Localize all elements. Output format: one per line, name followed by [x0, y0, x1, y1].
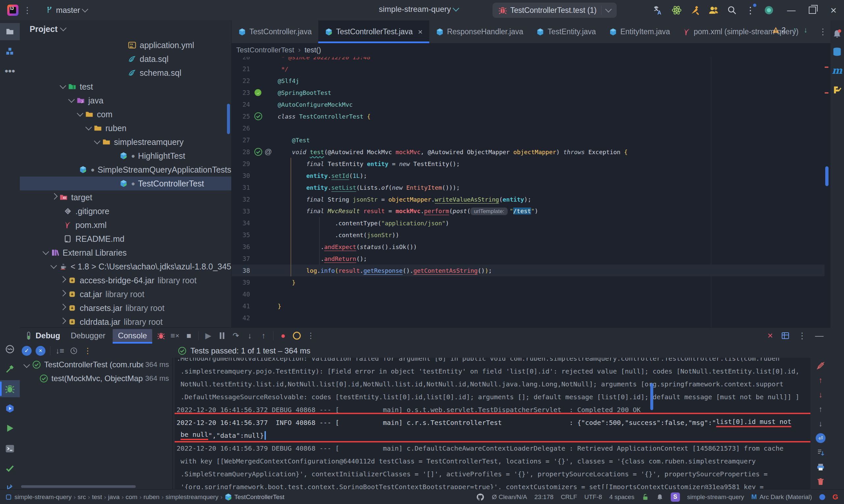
step-over-icon[interactable]: ↷ [229, 329, 243, 342]
tree-item-target[interactable]: target [20, 191, 231, 204]
services-toolwindow-button[interactable] [0, 400, 20, 417]
intellij-logo-icon[interactable]: IJ [7, 5, 18, 16]
layout-settings-icon[interactable] [782, 332, 789, 340]
maven-toolwindow-button[interactable]: m [830, 62, 844, 78]
hide-toolwindow-icon[interactable]: — [815, 331, 824, 341]
commit-check-toolwindow-button[interactable] [0, 460, 20, 477]
code-line-34[interactable]: 34 .contentType("application/json") [232, 217, 825, 229]
editor-tab[interactable]: TestEntity.java [530, 20, 603, 43]
close-button[interactable]: × [823, 0, 844, 20]
tree-item-simplestreamquery[interactable]: simplestreamquery [20, 135, 231, 149]
breadcrumb-class[interactable]: TestControllerTest [236, 46, 294, 54]
code-editor[interactable]: 20 * @since 2022/12/20 13:4821 */22@Slf4… [232, 51, 830, 327]
search-icon[interactable] [723, 3, 741, 17]
editor-tab[interactable]: EntityItem.java [603, 20, 677, 43]
pause-button[interactable] [215, 329, 229, 342]
tree-item-readme-md[interactable]: README.md [20, 232, 231, 246]
next-failed-icon[interactable]: ↓ [816, 390, 826, 400]
resume-button[interactable]: ▶ [201, 329, 215, 342]
endpoints-toolwindow-button[interactable] [0, 341, 20, 358]
code-line-37[interactable]: 37 .andReturn(); [232, 253, 825, 265]
code-line-35[interactable]: 35 .content(jsonStr)) [232, 229, 825, 241]
code-line-24[interactable]: 24@AutoConfigureMockMvc [232, 98, 825, 110]
console-output[interactable]: .MethodArgumentNotValidException: Valida… [175, 358, 810, 489]
statusbar-path-item[interactable]: java [108, 493, 120, 500]
lock-icon[interactable] [642, 493, 649, 501]
breadcrumb-method[interactable]: test() [304, 46, 321, 54]
code-line-38[interactable]: 38 log.info(result.getResponse().getCont… [232, 265, 825, 276]
tree-item-ruben[interactable]: ruben [20, 121, 231, 135]
project-panel-header[interactable]: Project [20, 20, 231, 38]
tab-console[interactable]: Console [113, 329, 152, 342]
editor-tab[interactable]: TestController.java [232, 20, 318, 43]
tree-item-access-bridge-64-jar[interactable]: access-bridge-64.jarlibrary root [20, 273, 231, 287]
delete-trash-icon[interactable] [816, 476, 826, 487]
step-into-icon[interactable]: ↓ [243, 329, 257, 342]
debug-splitter[interactable] [172, 358, 173, 489]
run-toolwindow-button[interactable] [0, 420, 20, 437]
tree-item-pom-xml[interactable]: pom.xml [20, 218, 231, 232]
record-coverage-icon[interactable]: ● [276, 329, 290, 342]
tree-item-external-libraries[interactable]: External Libraries [20, 246, 231, 259]
tree-item-cldrdata-jar[interactable]: cldrdata.jarlibrary root [20, 315, 231, 327]
statusbar-path-item[interactable]: src [77, 493, 86, 500]
code-line-27[interactable]: 27 @Test [232, 134, 825, 146]
window-options-kebab-icon[interactable]: ⋮ [798, 331, 806, 341]
code-line-26[interactable]: 26 [232, 122, 825, 134]
chevron-down-icon[interactable] [41, 251, 50, 254]
vcs-status-widget[interactable]: Ø Clean/N/A [492, 493, 527, 501]
run-configuration-selector[interactable]: TestControllerTest.test (1) [492, 3, 617, 18]
code-line-22[interactable]: 22@Slf4j [232, 75, 825, 87]
main-menu-kebab-icon[interactable]: ⋮ [18, 5, 36, 16]
google-g-icon[interactable]: G [832, 493, 838, 501]
tab-options-kebab-icon[interactable]: ⋮ [819, 20, 827, 43]
tree-item--1-8-c-users-achao-jdks-azul-1[interactable]: < 1.8 > C:\Users\achao\.jdks\azul-1.8.0_… [20, 259, 231, 273]
spring-profile-chip[interactable]: S [671, 492, 680, 502]
statusbar-path-item[interactable]: TestControllerTest [234, 493, 284, 500]
statusbar-path-item[interactable]: com [126, 493, 137, 500]
gutter-spring-icon[interactable] [251, 89, 278, 96]
build-toolwindow-button[interactable] [0, 360, 20, 378]
tree-item-application-yml[interactable]: YAMLapplication.yml [20, 38, 231, 52]
mute-breakpoints-icon[interactable]: ≡✕ [168, 329, 182, 342]
chevron-down-icon[interactable] [84, 127, 93, 129]
chevron-right-icon[interactable] [50, 196, 59, 199]
stop-button[interactable]: ■ [182, 329, 196, 342]
test-history-icon[interactable] [67, 344, 81, 357]
more-toolwindows-button[interactable]: ••• [0, 62, 20, 80]
notifications-icon[interactable] [656, 493, 663, 501]
error-stripe-mark[interactable] [825, 67, 828, 68]
soft-wrap-icon[interactable]: ⏎ [816, 433, 826, 443]
scroll-down-icon[interactable]: ↓ [816, 419, 826, 429]
prev-warning-icon[interactable]: ↑ [793, 26, 796, 34]
chevron-right-icon[interactable] [59, 279, 67, 282]
scroll-to-end-icon[interactable] [816, 448, 826, 457]
next-warning-icon[interactable]: ↓ [804, 26, 807, 34]
encoding-widget[interactable]: UTF-8 [585, 493, 602, 501]
chevron-right-icon[interactable] [59, 307, 67, 309]
tree-item-simplestreamqueryapplicationte[interactable]: ●SimpleStreamQueryApplicationTests [20, 163, 231, 177]
build-tools-icon[interactable] [686, 3, 704, 17]
project-selector[interactable]: simple-stream-query [379, 5, 458, 14]
step-out-icon[interactable]: ↑ [257, 329, 270, 342]
tree-item-charsets-jar[interactable]: charsets.jarlibrary root [20, 301, 231, 315]
code-line-25[interactable]: 25class TestControllerTest { [232, 110, 825, 122]
error-stripe-mark[interactable] [825, 92, 828, 93]
project-toolwindow-button[interactable] [0, 23, 20, 40]
chevron-down-icon[interactable] [67, 99, 76, 102]
tab-debugger[interactable]: Debugger [66, 331, 111, 340]
code-line-28[interactable]: 28@ void test(@Autowired MockMvc mockMvc… [232, 146, 825, 158]
code-with-me-avatar[interactable] [760, 3, 778, 17]
code-line-21[interactable]: 21 */ [232, 63, 825, 75]
console-scrollbar[interactable] [650, 383, 653, 410]
chevron-down-icon[interactable] [59, 85, 67, 88]
inspections-widget[interactable]: 2 ↑ ↓ [772, 26, 807, 34]
code-line-36[interactable]: 36 .andExpect(status().isOk()) [232, 241, 825, 253]
tree-item-highlighttest[interactable]: ●HighlightTest [20, 149, 231, 163]
tree-item-data-sql[interactable]: data.sql [20, 52, 231, 66]
horizontal-scrollbar[interactable] [21, 485, 136, 488]
toolbar-kebab-icon[interactable]: ⋮ [304, 329, 318, 342]
translate-icon[interactable]: 文A [649, 3, 667, 17]
code-line-29[interactable]: 29 final TestEntity entity = new TestEnt… [232, 158, 825, 170]
minimize-button[interactable]: — [781, 0, 802, 20]
